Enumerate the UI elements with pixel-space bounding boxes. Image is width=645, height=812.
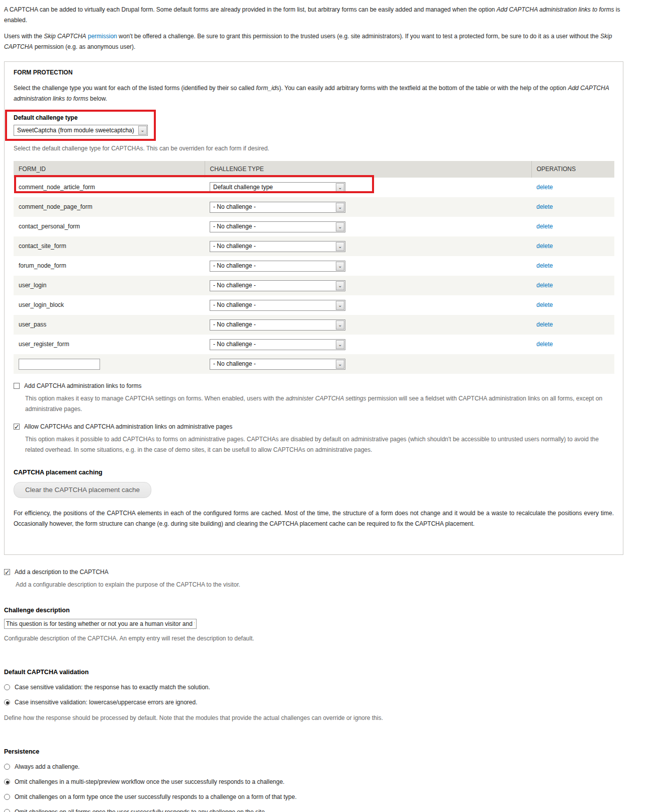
delete-link[interactable]: delete (536, 282, 553, 289)
radio-label: Omit challenges in a multi-step/preview … (15, 778, 285, 785)
persistence-option: Omit challenges on a form type once the … (4, 792, 623, 802)
checkbox-label: Add CAPTCHA administration links to form… (24, 382, 141, 389)
checkbox-label: Add a description to the CAPTCHA (15, 569, 109, 576)
column-header-form-id: FORM_ID (14, 161, 205, 178)
table-row-new-form: - No challenge -⌄ (14, 354, 614, 374)
form-id-text: user_login_block (19, 301, 64, 308)
persistence-section-title: Persistence (4, 747, 623, 757)
form-id-text: comment_node_article_form (19, 184, 95, 191)
chevron-down-icon: ⌄ (336, 222, 344, 231)
radio-label: Omit challenges on a form type once the … (15, 793, 297, 800)
challenge-type-select[interactable]: - No challenge -⌄ (210, 221, 345, 232)
delete-link[interactable]: delete (536, 242, 553, 250)
challenge-type-select[interactable]: - No challenge -⌄ (210, 280, 345, 291)
fieldset-description: Select the challenge type you want for e… (14, 83, 614, 104)
chevron-down-icon: ⌄ (336, 320, 344, 330)
challenge-type-select[interactable]: - No challenge -⌄ (210, 261, 345, 272)
table-row: user_login - No challenge -⌄ delete (14, 276, 614, 295)
challenge-type-select[interactable]: - No challenge -⌄ (210, 359, 345, 370)
challenge-type-select[interactable]: - No challenge -⌄ (210, 241, 345, 252)
new-form-id-input[interactable] (19, 359, 100, 370)
allow-admin-pages-checkbox[interactable] (14, 424, 20, 430)
intro-paragraph-1: A CAPTCHA can be added to virtually each… (4, 5, 623, 26)
emphasized-permission: administer CAPTCHA settings (286, 395, 366, 402)
forms-table-wrap: FORM_ID CHALLENGE TYPE OPERATIONS commen… (14, 161, 614, 374)
form-id-text: contact_site_form (19, 242, 66, 250)
table-row: contact_personal_form - No challenge -⌄ … (14, 217, 614, 236)
add-description-option: Add a description to the CAPTCHA (4, 567, 623, 578)
chevron-down-icon: ⌄ (138, 126, 147, 135)
table-row: user_login_block - No challenge -⌄ delet… (14, 295, 614, 315)
clear-placement-cache-button[interactable]: Clear the CAPTCHA placement cache (14, 482, 151, 498)
chevron-down-icon: ⌄ (336, 242, 344, 251)
default-challenge-type-select[interactable]: SweetCaptcha (from module sweetcaptcha) … (14, 125, 148, 136)
emphasized-form-id: form_id (256, 85, 276, 92)
persistence-option: Omit challenges on all forms once the us… (4, 807, 623, 812)
chevron-down-icon: ⌄ (336, 203, 344, 212)
case-insensitive-radio[interactable] (4, 699, 10, 705)
chevron-down-icon: ⌄ (336, 262, 344, 271)
omit-form-type-radio[interactable] (4, 794, 10, 800)
delete-link[interactable]: delete (536, 301, 553, 308)
validation-option: Case sensitive validation: the response … (4, 682, 623, 693)
validation-option: Case insensitive validation: lowercase/u… (4, 697, 623, 708)
challenge-type-select[interactable]: - No challenge -⌄ (210, 339, 345, 350)
select-value: SweetCaptcha (from module sweetcaptcha) (14, 125, 138, 136)
radio-label: Case sensitive validation: the response … (15, 684, 210, 691)
table-row: user_pass - No challenge -⌄ delete (14, 315, 614, 335)
column-header-challenge-type: CHALLENGE TYPE (205, 161, 531, 178)
intro-text: A CAPTCHA can be added to virtually each… (4, 6, 497, 13)
checkbox-label: Allow CAPTCHAs and CAPTCHA administratio… (24, 423, 232, 430)
form-id-text: comment_node_page_form (19, 203, 93, 210)
challenge-description-label: Challenge description (4, 605, 623, 616)
allow-admin-pages-description: This option makes it possible to add CAP… (25, 434, 614, 455)
permission-link[interactable]: permission (88, 33, 117, 40)
challenge-type-select[interactable]: - No challenge -⌄ (210, 300, 345, 311)
table-row: forum_node_form - No challenge -⌄ delete (14, 256, 614, 276)
persistence-option: Omit challenges in a multi-step/preview … (4, 777, 623, 787)
form-id-text: user_register_form (19, 341, 69, 348)
form-id-text: forum_node_form (19, 262, 66, 269)
chevron-down-icon: ⌄ (336, 360, 344, 369)
persistence-option: Always add a challenge. (4, 762, 623, 772)
placement-caching-title: CAPTCHA placement caching (14, 467, 614, 478)
form-id-text: user_login (19, 282, 46, 289)
omit-multistep-radio[interactable] (4, 779, 10, 785)
forms-table: FORM_ID CHALLENGE TYPE OPERATIONS commen… (14, 161, 614, 374)
challenge-type-select[interactable]: - No challenge -⌄ (210, 319, 345, 331)
radio-label: Omit challenges on all forms once the us… (15, 808, 266, 812)
challenge-type-select[interactable]: Default challenge type⌄ (210, 182, 345, 193)
emphasized-option-name: Add CAPTCHA administration links to form… (497, 6, 614, 13)
form-id-text: user_pass (19, 321, 46, 328)
challenge-description-input[interactable] (4, 619, 197, 629)
add-admin-links-checkbox[interactable] (14, 383, 20, 389)
admin-links-description: This option makes it easy to manage CAPT… (25, 393, 614, 415)
chevron-down-icon: ⌄ (336, 183, 344, 192)
column-header-operations: OPERATIONS (531, 161, 614, 178)
challenge-type-select[interactable]: - No challenge -⌄ (210, 202, 345, 213)
add-description-help: Add a configurable description to explai… (16, 580, 623, 590)
always-add-challenge-radio[interactable] (4, 764, 10, 770)
add-description-checkbox[interactable] (4, 569, 10, 575)
validation-section-title: Default CAPTCHA validation (4, 667, 623, 678)
delete-link[interactable]: delete (536, 321, 553, 328)
delete-link[interactable]: delete (536, 223, 553, 230)
delete-link[interactable]: delete (536, 184, 553, 191)
form-protection-fieldset: FORM PROTECTION Select the challenge typ… (4, 61, 623, 555)
case-sensitive-radio[interactable] (4, 684, 10, 690)
fieldset-legend: FORM PROTECTION (14, 67, 614, 78)
radio-label: Always add a challenge. (15, 763, 79, 770)
default-challenge-type-label: Default challenge type (14, 113, 148, 123)
delete-link[interactable]: delete (536, 341, 553, 348)
validation-help: Define how the response should be proces… (4, 713, 623, 723)
delete-link[interactable]: delete (536, 262, 553, 269)
omit-all-forms-radio[interactable] (4, 809, 10, 812)
form-id-text: contact_personal_form (19, 223, 80, 230)
table-row: comment_node_page_form - No challenge -⌄… (14, 197, 614, 217)
placement-caching-description: For efficiency, the positions of the CAP… (14, 508, 614, 529)
chevron-down-icon: ⌄ (336, 281, 344, 290)
captcha-settings-page: A CAPTCHA can be added to virtually each… (4, 5, 623, 812)
challenge-description-help: Configurable description of the CAPTCHA.… (4, 633, 623, 644)
default-challenge-help: Select the default challenge type for CA… (14, 143, 614, 154)
delete-link[interactable]: delete (536, 203, 553, 210)
